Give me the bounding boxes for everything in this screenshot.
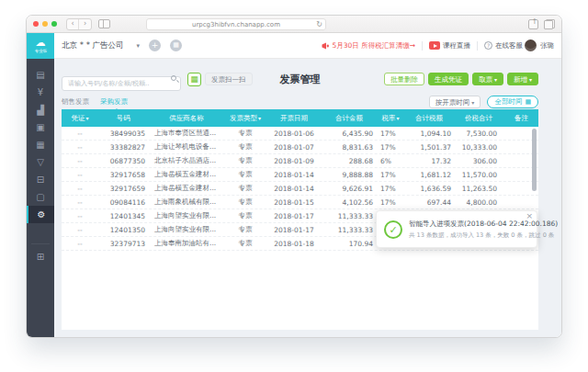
tab-overview-icon[interactable] [544, 19, 555, 29]
table-scrollbar[interactable] [532, 129, 537, 191]
search-input[interactable] [62, 76, 181, 91]
help-icon: ? [484, 41, 492, 50]
table-cell: 11,263.50 [453, 185, 504, 193]
divider [422, 41, 423, 51]
calendar-icon: ▦ [36, 140, 44, 150]
doc-search-icon: ▢ [36, 192, 44, 202]
add-new-button[interactable]: 新增▾ [507, 73, 538, 85]
table-cell: 288.68 [322, 157, 376, 165]
announcement-link[interactable]: 5月30日 所得税汇算清缴→ [321, 41, 415, 51]
sidebar-toggle-icon[interactable] [98, 19, 110, 28]
table-cell: 2018-01-14 [266, 171, 322, 179]
table-cell: 17.32 [405, 157, 453, 165]
sort-caret-icon: ▾ [258, 115, 261, 121]
toast-body: 共 13 条数据，成功导入 13 条，失败 0 条，跳过 0 条 [409, 231, 529, 240]
sidebar-item-reports-chart[interactable]: ▟ [27, 101, 54, 118]
sidebar-item-cash[interactable]: ¥ [27, 84, 54, 101]
app-edition-label: 专业版 [34, 48, 47, 52]
table-cell: 8,831.63 [322, 143, 376, 152]
zoom-window-button[interactable] [51, 21, 57, 27]
table-row[interactable]: --32917658上海岳横五金建材...专票2018-01-149,888.8… [62, 168, 538, 182]
column-label: 供应商名称 [169, 114, 204, 122]
column-header: 开票日期 [266, 114, 322, 123]
column-header: 合计税额 [405, 114, 453, 123]
batch-delete-button[interactable]: 批量删除 [384, 73, 424, 85]
generate-voucher-button[interactable]: 生成凭证 [428, 73, 469, 85]
main-area: 北京 * * 广告公司 ▾ + ▦ 5月30日 所得税汇算清缴→ 课程直播 [54, 33, 561, 337]
sidebar-item-basket[interactable]: ⊞ [27, 248, 54, 265]
share-icon[interactable] [528, 19, 538, 29]
invoice-tabs: 销售发票 采购发票 [62, 97, 128, 107]
tab-purchase-invoice[interactable]: 采购发票 [100, 97, 128, 107]
table-cell: -- [62, 157, 98, 165]
sidebar-item-assets-box[interactable]: ▣ [27, 118, 54, 136]
tab-sales-invoice[interactable]: 销售发票 [62, 97, 89, 107]
apps-grid-button[interactable]: ▦ [170, 39, 182, 51]
sidebar-item-settings-gear[interactable]: ⚙ [27, 206, 54, 223]
table-row[interactable]: --09084116上海雨象机械有限...专票2018-01-154,102.5… [62, 196, 538, 209]
table-cell: 上海岳横五金建材... [148, 170, 225, 179]
invoice-scan-button[interactable]: ▦ [187, 73, 201, 86]
browser-chrome: ‹ › urpcg3hibfvn.chanapp.com ↻ [27, 16, 561, 33]
table-cell: 11,333.33 [322, 212, 376, 220]
sort-caret-icon: ▾ [396, 115, 399, 121]
refresh-icon[interactable]: ↻ [316, 19, 322, 30]
table-cell: 专票 [225, 142, 266, 152]
table-cell: 32917658 [98, 171, 148, 179]
live-icon [429, 41, 440, 50]
sort-by-date-button[interactable]: 按开票时间▾ [429, 96, 481, 108]
avatar[interactable] [525, 39, 537, 51]
date-range-button[interactable]: 全部时间▦ [487, 96, 538, 108]
username[interactable]: 张璐 [540, 41, 554, 51]
sidebar-item-doc-search[interactable]: ▢ [27, 188, 54, 206]
close-window-button[interactable] [33, 21, 39, 27]
topbar-right: 5月30日 所得税汇算清缴→ 课程直播 ? 在线客服 张璐 [321, 39, 554, 51]
table-row[interactable]: --06877350北京桔子水晶酒店...专票2018-01-09288.686… [62, 154, 538, 168]
column-label: 税率 [381, 114, 395, 122]
column-header[interactable]: 凭证▾ [62, 114, 98, 123]
table-cell: 32917659 [98, 185, 148, 193]
settings-gear-icon: ⚙ [38, 209, 46, 220]
table-row[interactable]: --38499035上海市奉贤区慧通...专票2018-01-066,435.9… [62, 127, 538, 141]
app-logo: ☁ 专业版 [27, 33, 54, 59]
minimize-window-button[interactable] [42, 21, 48, 27]
invoice-scan-label[interactable]: 发票扫一扫 [205, 73, 253, 85]
live-link[interactable]: 课程直播 [443, 41, 470, 51]
help-link[interactable]: 在线客服 [495, 41, 523, 51]
url-text: urpcg3hibfvn.chanapp.com [192, 21, 280, 28]
company-selector[interactable]: 北京 * * 广告公司 ▾ [62, 40, 140, 51]
add-account-button[interactable]: + [149, 39, 161, 51]
assets-box-icon: ▣ [36, 122, 44, 132]
table-cell: 上海岳横五金建材... [148, 184, 225, 193]
sidebar-item-calendar[interactable]: ▦ [27, 136, 54, 153]
sidebar-item-invoice-journal[interactable]: ▤ [27, 66, 54, 84]
table-cell: 11,570.00 [453, 171, 504, 179]
table-cell: 专票 [225, 184, 266, 193]
back-button[interactable]: ‹ [67, 19, 79, 29]
table-cell: 38499035 [98, 130, 148, 138]
table-cell: 17% [376, 130, 405, 138]
table-cell: 专票 [225, 170, 266, 179]
cloud-logo-icon: ☁ [36, 39, 46, 48]
column-label: 凭证 [71, 114, 85, 122]
close-icon[interactable]: × [526, 211, 533, 220]
fetch-invoice-button[interactable]: 取票▾ [472, 73, 503, 85]
sidebar-item-funnel[interactable]: ▽ [27, 153, 54, 171]
app-topbar: 北京 * * 广告公司 ▾ + ▦ 5月30日 所得税汇算清缴→ 课程直播 [54, 33, 561, 59]
table-cell: 32379713 [98, 240, 148, 248]
sidebar-nav: ▤¥▟▣▦▽⊟▢⚙⊞ [27, 59, 54, 265]
column-header[interactable]: 发票类型▾ [225, 114, 266, 123]
table-row[interactable]: --32917659上海岳横五金建材...专票2018-01-149,626.9… [62, 182, 538, 196]
sidebar-item-printer[interactable]: ⊟ [27, 171, 54, 188]
divider [477, 41, 478, 51]
table-cell: 170.94 [322, 240, 376, 248]
table-cell: 10,333.00 [453, 143, 504, 152]
table-cell: -- [62, 143, 98, 152]
column-header[interactable]: 税率▾ [376, 114, 405, 123]
table-cell: 专票 [225, 225, 266, 234]
table-cell: 7,530.00 [453, 130, 504, 138]
chevron-down-icon: ▾ [471, 99, 474, 106]
forward-button[interactable]: › [79, 19, 91, 29]
table-row[interactable]: --33382827上海让琴机电设备...专票2018-01-078,831.6… [62, 141, 538, 154]
url-bar[interactable]: urpcg3hibfvn.chanapp.com ↻ [146, 18, 326, 30]
